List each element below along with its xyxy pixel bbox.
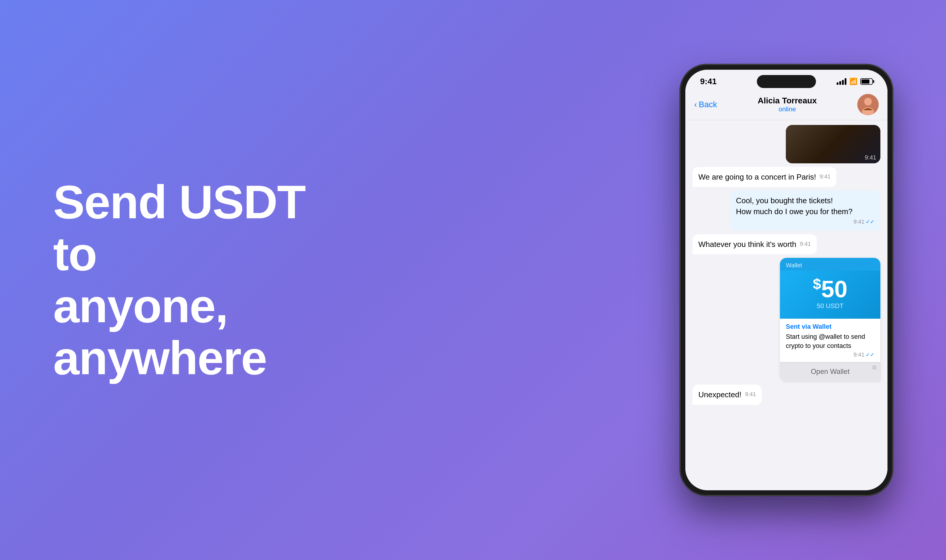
message-tickets: Cool, you bought the tickets!How much do… xyxy=(730,191,880,231)
wallet-sent-label: Sent via Wallet xyxy=(786,323,875,331)
wallet-description: Start using @wallet to send crypto to yo… xyxy=(786,332,875,351)
headline-line1: Send USDT to xyxy=(53,175,305,280)
wallet-read-icon: ✓✓ xyxy=(866,351,875,358)
dynamic-island xyxy=(757,75,816,88)
status-time: 9:41 xyxy=(700,77,716,86)
open-wallet-button[interactable]: ⊡ Open Wallet xyxy=(780,362,880,381)
phone-screen: 9:41 📶 ‹ Ba xyxy=(685,70,887,490)
message-text: Whatever you think it's worth 9:41 xyxy=(698,240,797,249)
message-time: 9:41 xyxy=(800,240,811,248)
phone-mockup: 9:41 📶 ‹ Ba xyxy=(680,65,893,495)
open-wallet-label: Open Wallet xyxy=(810,368,849,375)
message-time: 9:41 xyxy=(820,173,830,181)
message-text: Unexpected! 9:41 xyxy=(698,390,741,399)
message-unexpected: Unexpected! 9:41 xyxy=(692,385,762,405)
wallet-amount-value: 50 xyxy=(821,276,847,302)
wallet-usdt-label: 50 USDT xyxy=(786,302,875,310)
status-icons: 📶 xyxy=(837,78,873,85)
signal-icon xyxy=(837,78,846,85)
expand-icon: ⊡ xyxy=(872,365,876,370)
chat-area: 9:41 We are going to a concert in Paris!… xyxy=(685,120,887,490)
wallet-card-header: Wallet xyxy=(780,258,880,271)
headline: Send USDT to anyone, anywhere xyxy=(53,176,319,384)
message-text: Cool, you bought the tickets!How much do… xyxy=(736,196,853,215)
back-button[interactable]: ‹ Back xyxy=(694,100,717,109)
wallet-label: Wallet xyxy=(786,262,802,268)
nav-header: ‹ Back Alicia Torreaux online xyxy=(685,91,887,120)
battery-icon xyxy=(860,78,873,85)
chevron-left-icon: ‹ xyxy=(694,100,697,109)
wallet-time: 9:41 xyxy=(854,351,864,358)
message-concert: We are going to a concert in Paris! 9:41 xyxy=(692,167,837,187)
avatar[interactable] xyxy=(857,94,879,115)
nav-center: Alicia Torreaux online xyxy=(717,96,857,113)
headline-line2: anyone, anywhere xyxy=(53,279,267,384)
wifi-icon: 📶 xyxy=(849,78,857,85)
read-receipt-icon: ✓✓ xyxy=(866,218,875,226)
wallet-card-message: Wallet $50 50 USDT Sent via Wallet Start… xyxy=(780,258,880,381)
media-message: 9:41 xyxy=(786,125,880,163)
message-text: We are going to a concert in Paris! 9:41 xyxy=(698,172,816,182)
back-label: Back xyxy=(699,100,717,109)
wallet-amount: $50 xyxy=(786,277,875,301)
message-worth: Whatever you think it's worth 9:41 xyxy=(692,234,817,254)
left-content: Send USDT to anyone, anywhere xyxy=(53,176,319,384)
message-time: 9:41 xyxy=(854,218,864,226)
contact-status: online xyxy=(778,105,796,113)
svg-point-1 xyxy=(864,98,872,105)
contact-name: Alicia Torreaux xyxy=(758,96,817,105)
wallet-card-body: $50 50 USDT xyxy=(780,271,880,319)
phone-device: 9:41 📶 ‹ Ba xyxy=(680,65,893,495)
wallet-card-footer: Sent via Wallet Start using @wallet to s… xyxy=(780,319,880,362)
media-timestamp: 9:41 xyxy=(865,154,876,161)
message-time: 9:41 xyxy=(745,391,756,398)
